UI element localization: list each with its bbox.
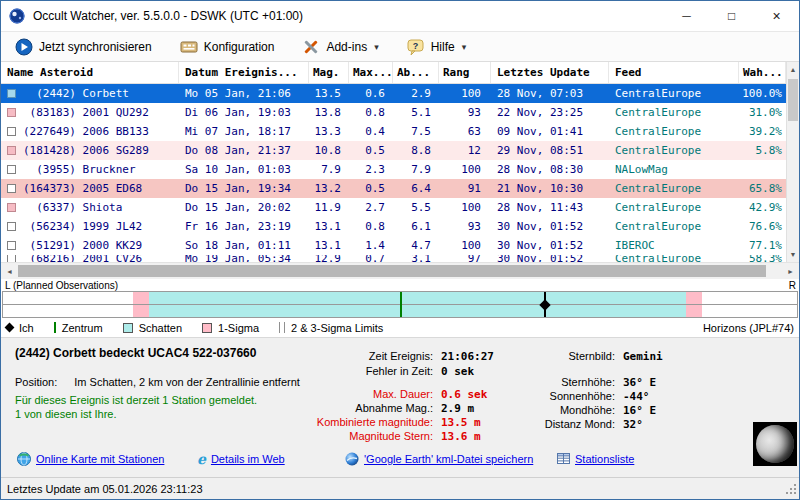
ab-cell: 3.1: [393, 255, 439, 262]
scroll-down-arrow-icon[interactable]: ▼: [787, 247, 799, 262]
field-label: Kombinierte magnitude:: [279, 416, 433, 428]
mag-cell: 11.9: [309, 198, 349, 217]
resize-grip[interactable]: [785, 483, 798, 498]
wah-cell: 5.8%: [739, 141, 786, 160]
help-button[interactable]: ? Hilfe ▾: [401, 35, 473, 59]
field-label: Max. Dauer:: [279, 388, 433, 400]
addins-icon: [302, 38, 320, 56]
ab-cell: 5.1: [393, 103, 439, 122]
legend-schatten: Schatten: [123, 322, 182, 334]
asteroid-name-cell: (56234) 1999 JL42: [1, 217, 179, 236]
help-icon: ?: [407, 38, 425, 56]
legend-ich: Ich: [6, 322, 34, 334]
field-label: Sonnenhöhe:: [499, 390, 615, 402]
stations-reported-text: Für dieses Ereignis ist derzeit 1 Statio…: [15, 394, 257, 406]
horizontal-scroll-thumb[interactable]: [18, 265, 766, 277]
datum-cell: Sa 10 Jan, 01:03: [179, 160, 309, 179]
field-label: Distanz Mond:: [499, 418, 615, 430]
feed-cell: CentralEurope: [609, 141, 739, 160]
table-row[interactable]: (83183) 2001 QU292Di 06 Jan, 19:0313.80.…: [1, 103, 786, 122]
ich-marker: [544, 292, 546, 317]
ab-cell: 5.5: [393, 198, 439, 217]
ab-cell: 2.9: [393, 84, 439, 103]
column-header-max[interactable]: Max...: [349, 62, 393, 83]
field-value: 13.6 m: [441, 430, 481, 443]
wah-cell: 65.8%: [739, 179, 786, 198]
event-indicator: [7, 203, 16, 212]
feed-cell: CentralEurope: [609, 179, 739, 198]
table-row[interactable]: (56234) 1999 JL42Fr 16 Jan, 23:1913.10.8…: [1, 217, 786, 236]
asteroid-name-cell: (3955) Bruckner: [1, 160, 179, 179]
max-cell: 0.8: [349, 103, 393, 122]
sync-now-label: Jetzt synchronisieren: [39, 40, 152, 54]
mag-cell: 13.2: [309, 179, 349, 198]
horizontal-scrollbar[interactable]: ◄ ►: [1, 262, 799, 279]
wah-cell: 31.0%: [739, 103, 786, 122]
column-header-datum[interactable]: Datum Ereignis...: [179, 62, 309, 83]
column-header-mag[interactable]: Mag.: [309, 62, 349, 83]
column-header-letztes-update[interactable]: Letztes Update: [491, 62, 609, 83]
sync-now-button[interactable]: Jetzt synchronisieren: [9, 35, 158, 59]
asteroid-name-cell: (51291) 2000 KK29: [1, 236, 179, 255]
sync-icon: [15, 38, 33, 56]
position-label: Position:: [15, 376, 57, 388]
position-line: Position: Im Schatten, 2 km von der Zent…: [15, 376, 300, 388]
station-list-icon: [557, 452, 570, 465]
scroll-left-arrow-icon[interactable]: ◄: [1, 263, 18, 279]
table-row[interactable]: (2442) CorbettMo 05 Jan, 21:0613.50.62.9…: [1, 84, 786, 103]
table-row[interactable]: (164373) 2005 ED68Do 15 Jan, 19:3413.20.…: [1, 179, 786, 198]
wah-cell: 39.2%: [739, 122, 786, 141]
column-header-ab[interactable]: Ab...: [393, 62, 439, 83]
table-row[interactable]: (227649) 2006 BB133Mi 07 Jan, 18:1713.30…: [1, 122, 786, 141]
table-row[interactable]: (3955) BrucknerSa 10 Jan, 01:037.92.37.9…: [1, 160, 786, 179]
field-label: Mondhöhe:: [499, 404, 615, 416]
minimize-button[interactable]: ─: [664, 1, 709, 31]
field-sternhoehe: Sternhöhe: 36° E: [499, 376, 656, 389]
maximize-button[interactable]: □: [709, 1, 754, 31]
field-label: Magnitude Stern:: [279, 430, 433, 442]
table-row[interactable]: (51291) 2000 KK29So 18 Jan, 01:1113.11.4…: [1, 236, 786, 255]
field-abnahme-mag: Abnahme Mag.: 2.9 m: [279, 402, 474, 415]
scroll-right-arrow-icon[interactable]: ►: [782, 263, 799, 279]
google-earth-kml-link[interactable]: 'Google Earth' kml-Datei speichern: [345, 452, 533, 466]
event-details-panel: (2442) Corbett bedeckt UCAC4 522-037660 …: [1, 337, 799, 477]
scroll-up-arrow-icon[interactable]: ▲: [787, 62, 799, 77]
column-header-name[interactable]: Name Asteroid: [1, 62, 179, 83]
event-indicator: [7, 165, 16, 174]
help-label: Hilfe: [431, 40, 455, 54]
column-header-wah[interactable]: Wah...: [739, 62, 786, 83]
table-row[interactable]: (68216) 2001 CV26Mo 19 Jan, 05:3412.90.7…: [1, 255, 786, 262]
vertical-scroll-thumb[interactable]: [788, 79, 798, 121]
field-label: Fehler in Zeit:: [279, 365, 433, 377]
table-row[interactable]: (6337) ShiotaDo 15 Jan, 20:0211.92.75.51…: [1, 198, 786, 217]
table-body: (2442) CorbettMo 05 Jan, 21:0613.50.62.9…: [1, 84, 786, 262]
app-icon: [9, 8, 25, 24]
feed-cell: CentralEurope: [609, 84, 739, 103]
update-cell: 29 Nov, 08:51: [491, 141, 609, 160]
datum-cell: Mo 19 Jan, 05:34: [179, 255, 309, 262]
details-web-label: Details im Web: [211, 453, 285, 465]
table-row[interactable]: (181428) 2006 SG289Do 08 Jan, 21:3710.80…: [1, 141, 786, 160]
wah-cell: 77.1%: [739, 236, 786, 255]
event-indicator: [7, 184, 16, 193]
vertical-scrollbar[interactable]: ▲ ▼: [786, 62, 799, 262]
field-zeit-ereignis: Zeit Ereignis: 21:06:27: [279, 350, 494, 363]
feed-cell: IBEROC: [609, 236, 739, 255]
column-header-feed[interactable]: Feed: [609, 62, 739, 83]
field-label: Sternhöhe:: [499, 376, 615, 388]
online-map-link[interactable]: Online Karte mit Stationen: [17, 452, 164, 466]
max-cell: 0.4: [349, 122, 393, 141]
station-list-link[interactable]: Stationsliste: [557, 452, 634, 465]
configuration-label: Konfiguration: [204, 40, 275, 54]
globe-map-icon: [17, 452, 31, 466]
column-header-rang[interactable]: Rang: [439, 62, 491, 83]
max-cell: 0.6: [349, 84, 393, 103]
field-sternbild: Sternbild: Gemini: [499, 350, 663, 363]
details-web-link[interactable]: e Details im Web: [197, 452, 285, 466]
close-button[interactable]: ×: [754, 1, 799, 31]
configuration-button[interactable]: Konfiguration: [174, 35, 281, 59]
wah-cell: [739, 160, 786, 179]
addins-button[interactable]: Add-ins ▾: [296, 35, 384, 59]
rang-cell: 12: [439, 141, 491, 160]
event-indicator: [7, 146, 16, 155]
